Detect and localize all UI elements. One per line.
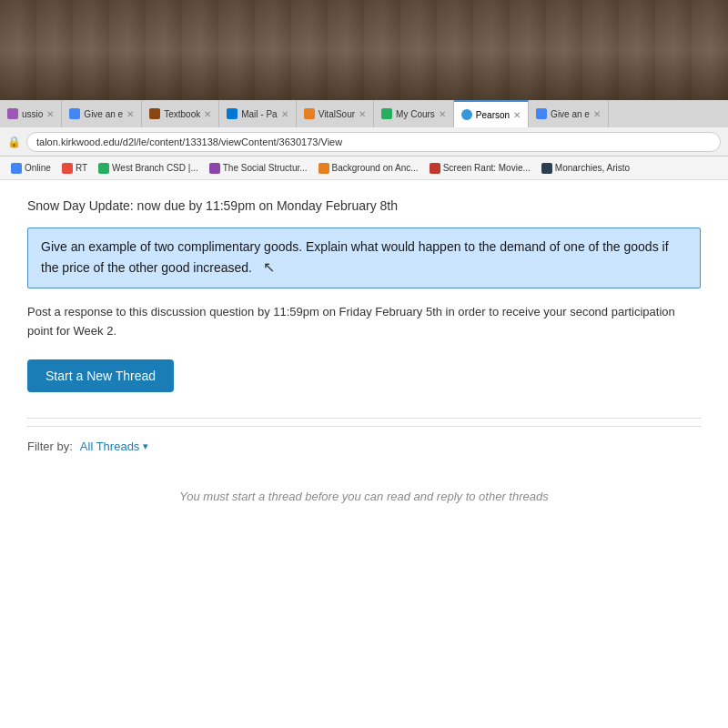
tab-textbook[interactable]: Textbook ✕ [142,100,219,127]
tab-mycourse-label: My Cours [396,109,435,119]
tab-pearson-close[interactable]: ✕ [510,110,521,120]
discussion-question-text: Give an example of two complimentary goo… [41,239,669,275]
tab-mail-close[interactable]: ✕ [278,109,288,119]
bookmark-background[interactable]: Background on Anc... [315,162,422,175]
bookmark-background-icon [318,163,329,174]
snow-notice: Snow Day Update: now due by 11:59pm on M… [27,198,701,213]
bookmark-background-label: Background on Anc... [332,163,419,173]
tab-mail-label: Mail - Pa [241,109,277,119]
tab-textbook-label: Textbook [164,109,200,119]
tab-pearson-icon [461,109,472,120]
tab-ussio-close[interactable]: ✕ [43,109,54,119]
address-input[interactable] [26,132,721,152]
bookmarks-bar: Online RT West Branch CSD |... The Socia… [0,157,728,180]
tab-mycourse[interactable]: My Cours ✕ [374,100,454,127]
tab-vitalsour-label: VitalSour [318,109,355,119]
bookmark-branch[interactable]: West Branch CSD |... [95,162,202,175]
address-bar: 🔒 [0,127,728,157]
tab-mycourse-close[interactable]: ✕ [435,109,446,119]
tab-give2-label: Give an e [551,109,590,119]
tab-give2[interactable]: Give an e ✕ [529,100,609,127]
photo-strip [0,0,728,100]
bookmark-screen-icon [430,163,440,174]
page-content: Snow Day Update: now due by 11:59pm on M… [0,180,728,728]
bookmark-screen-label: Screen Rant: Movie... [443,163,531,173]
bookmark-monarch[interactable]: Monarchies, Aristo [538,162,633,175]
must-start-notice: You must start a thread before you can r… [27,490,701,503]
chevron-down-icon: ▾ [143,440,148,452]
tab-vitalsour-icon [304,108,315,119]
filter-value: All Threads [80,440,140,453]
tab-give1[interactable]: Give an e ✕ [62,100,142,127]
bookmark-screen[interactable]: Screen Rant: Movie... [426,162,534,175]
bookmark-rt-label: RT [76,163,87,173]
bookmark-monarch-label: Monarchies, Aristo [555,163,630,173]
tab-give1-icon [69,108,80,119]
tab-mycourse-icon [381,108,392,119]
tab-give2-close[interactable]: ✕ [590,109,601,119]
bookmark-monarch-icon [541,163,552,174]
filter-label: Filter by: [27,440,73,453]
tab-ussio-icon [7,108,18,119]
participation-note: Post a response to this discussion quest… [27,303,701,341]
bookmark-branch-label: West Branch CSD |... [112,163,198,173]
tab-textbook-icon [149,108,160,119]
separator [27,418,701,419]
tab-textbook-close[interactable]: ✕ [200,109,211,119]
tab-mail-icon [227,108,238,119]
tab-bar: ussio ✕ Give an e ✕ Textbook ✕ Mail - Pa… [0,100,728,127]
tab-give1-close[interactable]: ✕ [123,109,134,119]
tab-ussio[interactable]: ussio ✕ [0,100,62,127]
tab-pearson-label: Pearson [476,110,510,120]
filter-dropdown[interactable]: All Threads ▾ [80,440,149,453]
bookmark-online[interactable]: Online [7,162,55,175]
tab-give2-icon [536,108,547,119]
bookmark-social[interactable]: The Social Structur... [206,162,311,175]
tab-pearson[interactable]: Pearson ✕ [454,100,529,127]
page-icon: 🔒 [7,136,21,148]
bookmark-online-icon [11,163,22,174]
tab-mail[interactable]: Mail - Pa ✕ [219,100,296,127]
tab-give1-label: Give an e [84,109,123,119]
cursor-icon: ↖ [263,257,275,278]
bookmark-social-label: The Social Structur... [223,163,308,173]
bookmark-rt[interactable]: RT [58,162,91,175]
discussion-question-box: Give an example of two complimentary goo… [27,228,701,288]
filter-section: Filter by: All Threads ▾ [27,426,701,453]
tab-ussio-label: ussio [22,109,43,119]
bookmark-social-icon [209,163,220,174]
start-thread-button[interactable]: Start a New Thread [27,359,174,392]
tab-vitalsour[interactable]: VitalSour ✕ [297,100,374,127]
bookmark-branch-icon [98,163,109,174]
tab-vitalsour-close[interactable]: ✕ [355,109,366,119]
bookmark-online-label: Online [25,163,51,173]
bookmark-rt-icon [62,163,73,174]
